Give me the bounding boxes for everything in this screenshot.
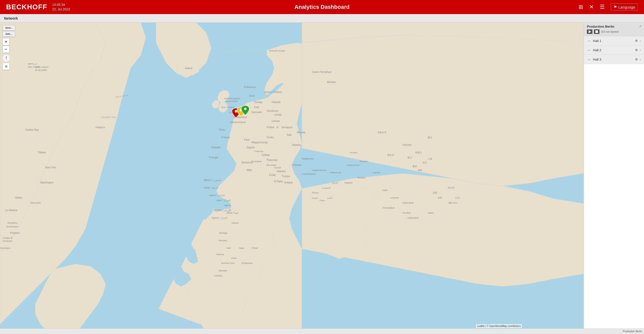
svg-text:Украіна: Украіна: [292, 144, 301, 146]
hall-2-chevron: ›: [640, 48, 641, 52]
stop-button[interactable]: [594, 29, 599, 34]
svg-text:България: България: [252, 160, 262, 163]
svg-text:张家口: 张家口: [415, 151, 422, 154]
bottom-bar-text: Production Berlin: [623, 330, 642, 333]
svg-text:Helsinki: Helsinki: [272, 101, 280, 104]
svg-text:银川: 银川: [407, 156, 412, 159]
svg-text:N'Djaména: N'Djaména: [242, 262, 253, 264]
svg-text:السعودية: السعودية: [322, 186, 331, 189]
svg-text:Polska: Polska: [267, 126, 274, 129]
svg-text:Chisinău: Chisinău: [292, 164, 302, 166]
svg-text:Mumbai: Mumbai: [403, 212, 411, 214]
svg-text:Bagdad: Bagdad: [345, 181, 352, 184]
svg-text:Тегеран: Тегеран: [357, 176, 366, 179]
play-button[interactable]: [587, 29, 592, 34]
svg-text:Danmark: Danmark: [252, 111, 262, 114]
svg-text:Lietuva: Lietuva: [272, 120, 280, 122]
hall-3-status: [635, 58, 638, 61]
svg-text:Sverige: Sverige: [254, 101, 263, 104]
svg-text:口台: 口台: [455, 197, 460, 199]
svg-text:Jaipur: Jaipur: [428, 212, 434, 214]
svg-text:呼和浩特: 呼和浩特: [403, 144, 412, 146]
flag-icon: ⚑: [614, 5, 617, 9]
svg-text:Zagreb: Zagreb: [247, 146, 255, 149]
svg-text:Туркменистан: Туркменистан: [312, 169, 327, 171]
svg-text:Ahmedabad: Ahmedabad: [382, 207, 395, 209]
svg-text:Maroc / المغرب: Maroc / المغرب: [204, 179, 221, 182]
document-icon[interactable]: ☰: [600, 4, 605, 10]
svg-text:Lucknow: Lucknow: [390, 197, 399, 199]
svg-text:France: France: [221, 136, 230, 139]
map-label-btn[interactable]: Stret...: [3, 25, 15, 31]
svg-text:Stockholm: Stockholm: [267, 110, 278, 112]
date-display: 22. Jul 2022: [52, 7, 70, 12]
svg-text:上海: 上海: [428, 158, 432, 160]
hall-2-status: [635, 49, 638, 51]
compass-button[interactable]: [3, 54, 10, 62]
hall-1-row[interactable]: ↔ Hall 1 ›: [584, 36, 644, 45]
location-button[interactable]: ⊙: [3, 63, 10, 70]
svg-text:New York: New York: [45, 166, 56, 169]
svg-text:Alger / الجزائر: Alger / الجزائر: [216, 199, 231, 202]
svg-text:Tchad: Tchad: [252, 247, 258, 249]
svg-text:Скопје: Скопје: [274, 166, 281, 169]
svg-text:Việt Nam: Việt Nam: [448, 202, 457, 204]
svg-text:اليمن: اليمن: [327, 197, 332, 199]
svg-text:Кыргызстан: Кыргызстан: [347, 164, 359, 166]
svg-text:Baffin Island /: Baffin Island /: [28, 66, 40, 68]
svg-text:Bamako: Bamako: [219, 239, 227, 242]
svg-text:Island: Island: [185, 67, 192, 70]
svg-text:Conakry: Conakry: [214, 274, 222, 277]
panel-expand-button[interactable]: ⤢: [638, 24, 643, 29]
svg-text:Honduras: Honduras: [3, 240, 13, 242]
svg-text:Algérie / الجزائر: Algérie / الجزائر: [211, 217, 227, 219]
svg-text:Астана: Астана: [350, 151, 357, 154]
svg-text:La Habana: La Habana: [5, 209, 17, 212]
map-satellite-btn[interactable]: Sate...: [3, 31, 15, 37]
time-display: 10:45:34: [52, 3, 70, 7]
svg-text:Kingston: Kingston: [10, 231, 20, 234]
header: BECKHOFF 10:45:34 22. Jul 2022 Analytics…: [0, 0, 644, 14]
tools-icon[interactable]: ✕: [589, 4, 594, 10]
svg-text:إثيوبيا: إثيوبيا: [312, 197, 318, 199]
production-controls: 3/3 not started: [587, 29, 641, 34]
zoom-in-button[interactable]: +: [3, 38, 10, 45]
hall-3-row[interactable]: ↔ Hall 3 ›: [584, 55, 644, 64]
svg-text:Delhi: Delhi: [382, 189, 388, 192]
svg-text:蒙古: 蒙古: [428, 136, 432, 139]
svg-text:Беларусь: Беларусь: [282, 126, 293, 129]
svg-text:Dominicana: Dominicana: [6, 225, 18, 228]
svg-text:Suomi / Finland: Suomi / Finland: [264, 91, 281, 93]
svg-text:Rabat / الرباط: Rabat / الرباط: [204, 186, 218, 189]
svg-text:重庆: 重庆: [413, 165, 417, 168]
svg-text:States: States: [15, 196, 22, 199]
svg-text:العراق: العراق: [332, 181, 338, 184]
svg-text:Bamako: Bamako: [219, 269, 227, 272]
not-started-text: 3/3 not started: [601, 30, 619, 33]
svg-text:乌鲁木齐: 乌鲁木齐: [377, 131, 386, 134]
map-container[interactable]: Island Éire / Ireland United Kingdom Gre…: [0, 23, 584, 334]
network-icon[interactable]: ⊞: [579, 4, 583, 10]
svg-text:Nicaragua: Nicaragua: [0, 247, 10, 249]
hall-3-icon: ↔: [587, 58, 591, 61]
hall-3-label: Hall 3: [593, 58, 633, 61]
hall-2-row[interactable]: ↔ Hall 2 ›: [584, 45, 644, 55]
map-attribution: Leaflet | © OpenStreetMap contributors: [476, 324, 522, 328]
svg-text:Portugal: Portugal: [209, 156, 218, 159]
svg-text:España: España: [211, 146, 221, 149]
svg-text:武汉: 武汉: [423, 161, 427, 164]
svg-text:Barcelona: Barcelona: [242, 161, 253, 164]
svg-text:Eesti: Eesti: [249, 94, 255, 97]
main-content: Island Éire / Ireland United Kingdom Gre…: [0, 23, 644, 334]
language-button[interactable]: ⚑ Language: [611, 4, 638, 11]
zoom-out-button[interactable]: −: [3, 46, 10, 53]
svg-text:Ciudad de: Ciudad de: [3, 237, 13, 239]
production-title: Production Berlin: [587, 25, 641, 28]
svg-text:Niamey: Niamey: [216, 253, 224, 256]
svg-text:Ottawa: Ottawa: [38, 151, 46, 154]
svg-text:Česko: Česko: [267, 136, 274, 139]
header-left: BECKHOFF 10:45:34 22. Jul 2022: [6, 3, 70, 12]
svg-text:Eritrea: Eritrea: [312, 192, 319, 194]
header-title: Analytics Dashboard: [295, 4, 350, 10]
svg-text:哈尔滨: 哈尔滨: [448, 186, 455, 189]
